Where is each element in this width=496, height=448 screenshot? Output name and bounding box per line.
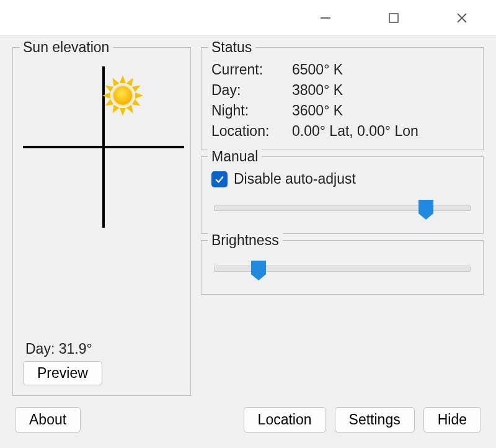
sun-elevation-legend: Sun elevation — [19, 39, 113, 56]
status-location-value: 0.00° Lat, 0.00° Lon — [292, 123, 473, 140]
brightness-slider-thumb[interactable] — [250, 259, 267, 282]
sun-core — [113, 86, 132, 105]
status-day-value: 3800° K — [292, 82, 473, 99]
manual-legend: Manual — [208, 148, 262, 165]
location-button[interactable]: Location — [244, 407, 326, 432]
brightness-slider[interactable] — [211, 259, 473, 284]
axis-horizontal — [23, 146, 184, 148]
day-elevation-label: Day: 31.9° — [23, 341, 180, 357]
status-day-key: Day: — [211, 82, 292, 99]
brightness-legend: Brightness — [208, 232, 283, 249]
svg-rect-1 — [389, 14, 398, 22]
status-current-key: Current: — [211, 61, 292, 78]
close-button[interactable] — [428, 0, 496, 36]
status-legend: Status — [208, 39, 255, 56]
disable-auto-adjust-label: Disable auto-adjust — [234, 171, 356, 187]
sun-icon — [102, 75, 143, 116]
manual-group: Manual Disable auto-adjust — [201, 156, 484, 234]
window: Sun elevation — [0, 0, 496, 448]
maximize-button[interactable] — [360, 0, 428, 36]
body: Sun elevation — [0, 36, 496, 448]
brightness-group: Brightness — [201, 240, 484, 295]
status-group: Status Current: 6500° K Day: 3800° K Nig… — [201, 47, 484, 150]
manual-slider-thumb[interactable] — [417, 199, 435, 221]
minimize-button[interactable] — [291, 0, 360, 36]
hide-button[interactable]: Hide — [423, 407, 481, 432]
checkbox-check-icon — [211, 171, 228, 187]
about-button[interactable]: About — [15, 407, 81, 432]
status-night-key: Night: — [211, 102, 292, 119]
status-night-value: 3600° K — [292, 102, 473, 119]
manual-slider[interactable] — [211, 199, 473, 223]
preview-button[interactable]: Preview — [23, 361, 102, 385]
bottom-button-row: About Location Settings Hide — [12, 405, 484, 432]
titlebar — [0, 0, 496, 36]
settings-button[interactable]: Settings — [335, 407, 415, 432]
sun-elevation-group: Sun elevation — [12, 47, 191, 396]
disable-auto-adjust-checkbox[interactable]: Disable auto-adjust — [211, 171, 473, 187]
status-current-value: 6500° K — [292, 61, 473, 78]
sun-elevation-chart — [23, 66, 184, 228]
status-location-key: Location: — [211, 123, 292, 140]
